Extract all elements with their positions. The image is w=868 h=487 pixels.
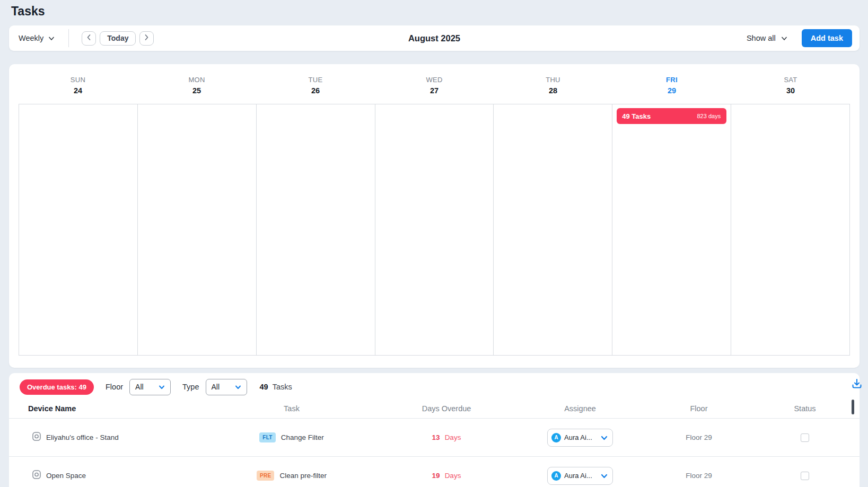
table-row: Eliyahu's office - Stand FLT Change Filt…	[9, 419, 860, 457]
col-header-assignee: Assignee	[543, 404, 617, 413]
tasks-count-value: 49	[260, 383, 268, 391]
today-button[interactable]: Today	[100, 31, 136, 46]
device-icon	[32, 432, 41, 443]
type-filter-label: Type	[182, 383, 199, 391]
day-column-tue[interactable]	[257, 104, 375, 355]
chevron-left-icon	[86, 34, 91, 42]
assignee-avatar: A	[551, 471, 561, 481]
type-select[interactable]: All	[206, 379, 247, 395]
days-overdue-unit: Days	[445, 472, 461, 480]
floor-filter-label: Floor	[106, 383, 123, 391]
status-checkbox[interactable]	[801, 472, 809, 480]
day-column-fri[interactable]: 49 Tasks 823 days	[612, 104, 731, 355]
calendar-week-view: SUN24 MON25 TUE26 WED27 THU28 FRI29 SAT3…	[9, 64, 860, 368]
task-type-tag: FLT	[259, 432, 275, 442]
day-column-thu[interactable]	[494, 104, 612, 355]
overdue-count-pill: Overdue tasks: 49	[20, 379, 94, 395]
assignee-select[interactable]: A Aura Ai...	[547, 429, 613, 447]
day-header-fri-active: FRI29	[612, 76, 731, 95]
floor-select[interactable]: All	[129, 379, 171, 395]
week-grid: 49 Tasks 823 days	[19, 104, 850, 356]
assignee-name: Aura Ai...	[564, 472, 598, 480]
table-header-row: Device Name Task Days Overdue Assignee F…	[9, 399, 860, 419]
page-title: Tasks	[11, 4, 45, 19]
day-header-wed: WED27	[375, 76, 494, 95]
task-name: Change Filter	[281, 433, 324, 441]
badge-days-overdue: 823 days	[697, 113, 721, 119]
prev-week-button[interactable]	[82, 31, 96, 46]
device-name: Open Space	[46, 472, 86, 480]
task-name: Clean pre-filter	[279, 472, 327, 480]
view-mode-label: Weekly	[19, 34, 43, 42]
task-type-tag: PRE	[257, 471, 274, 481]
tasks-table-section: Overdue tasks: 49 Floor All Type All 49 …	[9, 373, 860, 487]
day-column-sun[interactable]	[19, 104, 138, 355]
next-week-button[interactable]	[139, 31, 154, 46]
days-overdue-value: 13	[432, 433, 440, 441]
col-header-task: Task	[233, 404, 350, 413]
day-column-sat[interactable]	[731, 104, 850, 355]
day-header-sun: SUN24	[19, 76, 137, 95]
add-task-button[interactable]: Add task	[802, 29, 852, 47]
days-overdue-unit: Days	[445, 433, 461, 441]
chevron-down-icon	[601, 471, 608, 481]
chevron-down-icon	[48, 34, 55, 42]
tasks-count-label: Tasks	[273, 383, 292, 391]
download-icon	[851, 377, 863, 392]
col-header-device-name: Device Name	[9, 404, 233, 413]
floor-select-value: All	[135, 383, 144, 391]
chevron-down-icon	[235, 383, 241, 391]
assignee-name: Aura Ai...	[564, 433, 598, 441]
overdue-tasks-badge[interactable]: 49 Tasks 823 days	[617, 108, 726, 124]
device-icon	[32, 470, 41, 481]
table-row: Open Space PRE Clean pre-filter 19 Days …	[9, 457, 860, 487]
device-name: Eliyahu's office - Stand	[46, 433, 119, 441]
floor-value: Floor 29	[686, 433, 712, 441]
col-header-floor: Floor	[617, 404, 781, 413]
filter-row: Overdue tasks: 49 Floor All Type All 49 …	[20, 378, 860, 396]
floor-value: Floor 29	[686, 472, 712, 480]
show-all-label: Show all	[747, 34, 776, 42]
scrollbar-thumb[interactable]	[852, 400, 854, 414]
day-column-mon[interactable]	[138, 104, 257, 355]
days-overdue-value: 19	[432, 472, 440, 480]
chevron-down-icon	[781, 34, 787, 42]
day-header-tue: TUE26	[256, 76, 375, 95]
assignee-select[interactable]: A Aura Ai...	[547, 467, 613, 485]
badge-task-count: 49 Tasks	[622, 112, 651, 120]
view-mode-select[interactable]: Weekly	[19, 34, 55, 42]
chevron-down-icon	[159, 383, 165, 391]
toolbar-divider	[68, 29, 69, 47]
col-header-status: Status	[781, 404, 829, 413]
status-checkbox[interactable]	[801, 433, 809, 442]
calendar-toolbar: Weekly Today August 2025 Show all Add ta…	[9, 25, 860, 51]
day-header-sat: SAT30	[731, 76, 850, 95]
day-column-wed[interactable]	[375, 104, 494, 355]
show-all-select[interactable]: Show all	[747, 34, 787, 42]
col-header-days-overdue: Days Overdue	[350, 404, 543, 413]
assignee-avatar: A	[551, 433, 561, 442]
chevron-right-icon	[144, 34, 149, 42]
chevron-down-icon	[601, 433, 608, 442]
type-select-value: All	[212, 383, 220, 391]
day-headers: SUN24 MON25 TUE26 WED27 THU28 FRI29 SAT3…	[19, 76, 850, 95]
day-header-mon: MON25	[137, 76, 256, 95]
download-button[interactable]	[849, 377, 865, 393]
day-header-thu: THU28	[494, 76, 612, 95]
